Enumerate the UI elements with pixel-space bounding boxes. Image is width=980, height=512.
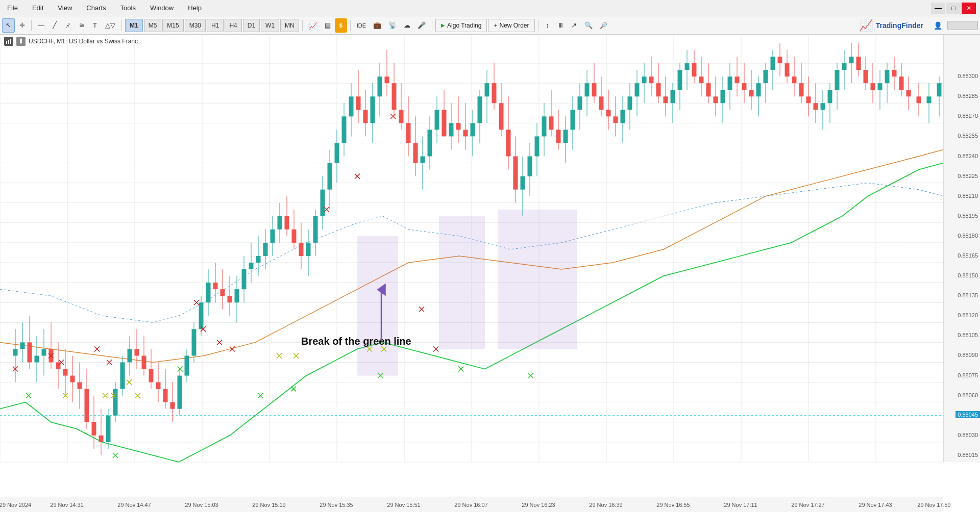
svg-rect-0 (6, 41, 7, 44)
maximize-button[interactable]: □ (946, 3, 961, 14)
time-label: 29 Nov 15:35 (320, 502, 353, 508)
briefcase-btn[interactable]: 💼 (370, 18, 384, 33)
time-label: 29 Nov 16:07 (454, 502, 487, 508)
chart-title: USDCHF, M1: US Dollar vs Swiss Franc (29, 38, 138, 45)
toolbar-separator-6 (538, 20, 538, 31)
time-label: 29 Nov 14:31 (50, 502, 83, 508)
menu-view[interactable]: View (55, 3, 75, 13)
time-label: 29 Nov 16:39 (589, 502, 622, 508)
menu-charts[interactable]: Charts (83, 3, 109, 13)
algo-trading-label: Algo Trading (447, 22, 481, 29)
zoom-out-btn[interactable]: 🔎 (597, 18, 610, 33)
price-label: 0.88075 (958, 372, 978, 378)
tf-d1[interactable]: D1 (243, 19, 260, 32)
tf-m1[interactable]: M1 (125, 19, 143, 32)
time-label: 29 Nov 2024 (0, 502, 31, 508)
tf-h4[interactable]: H4 (225, 19, 241, 32)
play-icon: ▶ (441, 22, 445, 28)
time-label: 29 Nov 14:47 (117, 502, 151, 508)
indicator-btn[interactable]: ↕ (542, 18, 554, 33)
line-tool[interactable]: — (35, 18, 47, 33)
price-label: 0.88090 (958, 352, 978, 358)
menu-file[interactable]: File (4, 3, 21, 13)
logo-area: 📈 TradingFinder (859, 19, 923, 32)
zoom-in-btn[interactable]: 🔍 (581, 18, 596, 33)
menu-edit[interactable]: Edit (29, 3, 46, 13)
tf-m5[interactable]: M5 (144, 19, 162, 32)
price-label: 0.88255 (958, 133, 978, 139)
account-btn[interactable]: 👤 (930, 18, 945, 33)
chart-type-btn[interactable]: 📈 (306, 18, 321, 33)
price-label: 0.88270 (958, 113, 978, 119)
price-label: 0.88030 (958, 432, 978, 438)
svg-rect-2 (10, 39, 11, 44)
minimize-button[interactable]: — (931, 3, 945, 14)
time-label: 29 Nov 17:59 (917, 502, 950, 508)
time-label: 29 Nov 16:23 (522, 502, 555, 508)
price-label: 0.88210 (958, 193, 978, 199)
chart-style-btn[interactable]: ▤ (322, 18, 334, 33)
cloud-btn[interactable]: ☁ (401, 18, 413, 33)
time-label: 29 Nov 17:27 (791, 502, 824, 508)
time-label: 29 Nov 17:11 (724, 502, 757, 508)
signal-btn[interactable]: 📡 (385, 18, 400, 33)
tf-h1[interactable]: H1 (207, 19, 224, 32)
menu-tools[interactable]: Tools (117, 3, 139, 13)
toolbar: ↖ ✛ — ╱ ⫽ ≋ T △▽ M1 M5 M15 M30 H1 H4 D1 … (0, 16, 980, 35)
tf-mn[interactable]: MN (280, 19, 299, 32)
price-label: 0.88225 (958, 173, 978, 179)
price-label: 0.88135 (958, 292, 978, 298)
trendline-tool[interactable]: ╱ (48, 18, 61, 33)
dollar-indicator-btn[interactable]: $ (335, 18, 347, 33)
close-button[interactable]: ✕ (962, 3, 976, 14)
svg-rect-3 (20, 39, 22, 43)
time-label: 29 Nov 15:03 (185, 502, 218, 508)
chart-titlebar: USDCHF, M1: US Dollar vs Swiss Franc (0, 35, 142, 48)
price-label: 0.88240 (958, 153, 978, 159)
time-scale: 29 Nov 202429 Nov 14:3129 Nov 14:4729 No… (0, 497, 943, 512)
time-label: 29 Nov 17:43 (859, 502, 892, 508)
compare-btn[interactable]: ↗ (568, 18, 580, 33)
tf-w1[interactable]: W1 (261, 19, 279, 32)
svg-rect-1 (8, 40, 9, 44)
price-label: 0.88150 (958, 272, 978, 278)
menu-help[interactable]: Help (185, 3, 205, 13)
time-label: 29 Nov 15:51 (387, 502, 420, 508)
price-scale: 0.883000.882850.882700.882550.882400.882… (943, 35, 980, 462)
text-tool[interactable]: T (89, 18, 101, 33)
toolbar-separator-3 (302, 20, 303, 31)
toolbar-separator-2 (121, 20, 122, 31)
chart-container: USDCHF, M1: US Dollar vs Swiss Franc 0.8… (0, 35, 980, 512)
new-order-button[interactable]: + New Order (488, 19, 534, 32)
mic-btn[interactable]: 🎤 (414, 18, 429, 33)
chart-canvas[interactable] (0, 35, 943, 477)
price-label: 0.88285 (958, 93, 978, 99)
toolbar-separator-4 (350, 20, 351, 31)
price-label: 0.88105 (958, 332, 978, 338)
template-btn[interactable]: Ⅲ (555, 18, 567, 33)
cursor-tool[interactable]: ↖ (2, 18, 15, 33)
logo-icon: 📈 (859, 19, 873, 32)
time-label: 29 Nov 15:19 (252, 502, 285, 508)
fib-tool[interactable]: ≋ (76, 18, 88, 33)
current-price-label: 0.88045 (955, 411, 980, 418)
price-label: 0.88060 (958, 392, 978, 398)
price-label: 0.88180 (958, 233, 978, 239)
shapes-tool[interactable]: △▽ (102, 18, 118, 33)
new-order-label: New Order (499, 22, 529, 29)
ide-btn[interactable]: IDE (354, 18, 369, 33)
candle-icon (16, 37, 26, 46)
tf-m30[interactable]: M30 (185, 19, 206, 32)
channel-tool[interactable]: ⫽ (62, 18, 75, 33)
tf-m15[interactable]: M15 (162, 19, 183, 32)
price-label: 0.88120 (958, 312, 978, 318)
price-label: 0.88300 (958, 73, 978, 79)
crosshair-tool[interactable]: ✛ (16, 18, 28, 33)
logo-text: TradingFinder (876, 21, 923, 30)
algo-trading-button[interactable]: ▶ Algo Trading (435, 19, 487, 32)
menu-window[interactable]: Window (147, 3, 177, 13)
price-label: 0.88195 (958, 213, 978, 219)
new-order-icon: + (494, 22, 497, 29)
time-label: 29 Nov 16:55 (656, 502, 690, 508)
price-label: 0.88015 (958, 452, 978, 458)
